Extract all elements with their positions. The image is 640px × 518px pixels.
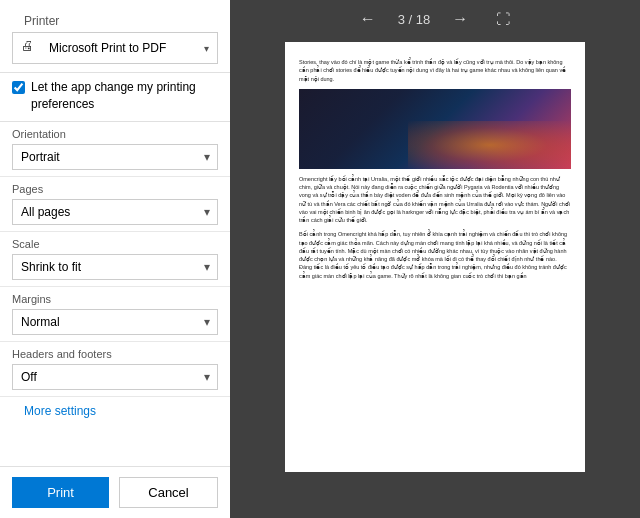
preview-paragraph-1: Stories, thay vào đó chí là một game thừ… bbox=[299, 58, 571, 83]
headers-footers-select-wrapper: Off On bbox=[12, 364, 218, 390]
pages-select-wrapper: All pages Current page Custom range bbox=[12, 199, 218, 225]
change-preferences-checkbox[interactable] bbox=[12, 81, 25, 94]
margins-select[interactable]: Normal Narrow Moderate Wide None bbox=[12, 309, 218, 335]
printer-chevron-icon: ▾ bbox=[204, 43, 209, 54]
margins-select-wrapper: Normal Narrow Moderate Wide None bbox=[12, 309, 218, 335]
orientation-select[interactable]: Portrait Landscape bbox=[12, 144, 218, 170]
scale-label: Scale bbox=[12, 238, 218, 250]
margins-label: Margins bbox=[12, 293, 218, 305]
preview-area: Stories, thay vào đó chí là một game thừ… bbox=[230, 38, 640, 518]
preview-toolbar: ← 3 / 18 → ⛶ bbox=[230, 0, 640, 38]
preview-game-image bbox=[299, 89, 571, 169]
orientation-label: Orientation bbox=[12, 128, 218, 140]
preview-paragraph-3: Bối cảnh trong Omencright khá hấp dẫn, t… bbox=[299, 230, 571, 280]
next-page-button[interactable]: → bbox=[446, 8, 474, 30]
pages-select[interactable]: All pages Current page Custom range bbox=[12, 199, 218, 225]
change-preferences-row: Let the app change my printing preferenc… bbox=[0, 73, 230, 122]
more-settings-row: More settings bbox=[0, 397, 230, 424]
printer-icon: 🖨 bbox=[21, 38, 41, 58]
orientation-select-wrapper: Portrait Landscape bbox=[12, 144, 218, 170]
page-info: 3 / 18 bbox=[398, 12, 431, 27]
preview-page: Stories, thay vào đó chí là một game thừ… bbox=[285, 42, 585, 472]
change-preferences-label: Let the app change my printing preferenc… bbox=[31, 79, 218, 113]
scale-select[interactable]: Shrink to fit Fit to page 100% Custom bbox=[12, 254, 218, 280]
pages-group: Pages All pages Current page Custom rang… bbox=[0, 177, 230, 232]
print-button[interactable]: Print bbox=[12, 477, 109, 508]
right-panel: ← 3 / 18 → ⛶ Stories, thay vào đó chí là… bbox=[230, 0, 640, 518]
headers-footers-group: Headers and footers Off On bbox=[0, 342, 230, 397]
pages-label: Pages bbox=[12, 183, 218, 195]
more-settings-link[interactable]: More settings bbox=[12, 396, 108, 426]
printer-dropdown-left: 🖨 Microsoft Print to PDF bbox=[21, 38, 166, 58]
orientation-group: Orientation Portrait Landscape bbox=[0, 122, 230, 177]
scale-select-wrapper: Shrink to fit Fit to page 100% Custom bbox=[12, 254, 218, 280]
scale-group: Scale Shrink to fit Fit to page 100% Cus… bbox=[0, 232, 230, 287]
headers-footers-select[interactable]: Off On bbox=[12, 364, 218, 390]
printer-dropdown[interactable]: 🖨 Microsoft Print to PDF ▾ bbox=[12, 32, 218, 64]
preview-paragraph-2: Omencright lấy bối cảnh tại Urralia, một… bbox=[299, 175, 571, 225]
printer-section-label: Printer bbox=[12, 6, 218, 32]
margins-group: Margins Normal Narrow Moderate Wide None bbox=[0, 287, 230, 342]
preview-image-overlay bbox=[408, 121, 571, 169]
bottom-buttons: Print Cancel bbox=[0, 466, 230, 518]
prev-page-button[interactable]: ← bbox=[354, 8, 382, 30]
cancel-button[interactable]: Cancel bbox=[119, 477, 218, 508]
headers-footers-label: Headers and footers bbox=[12, 348, 218, 360]
printer-section: Printer 🖨 Microsoft Print to PDF ▾ bbox=[0, 0, 230, 73]
left-panel: Printer 🖨 Microsoft Print to PDF ▾ Let t… bbox=[0, 0, 230, 518]
settings-section: Orientation Portrait Landscape Pages All… bbox=[0, 122, 230, 466]
printer-name: Microsoft Print to PDF bbox=[49, 41, 166, 55]
fit-screen-button[interactable]: ⛶ bbox=[490, 9, 516, 29]
